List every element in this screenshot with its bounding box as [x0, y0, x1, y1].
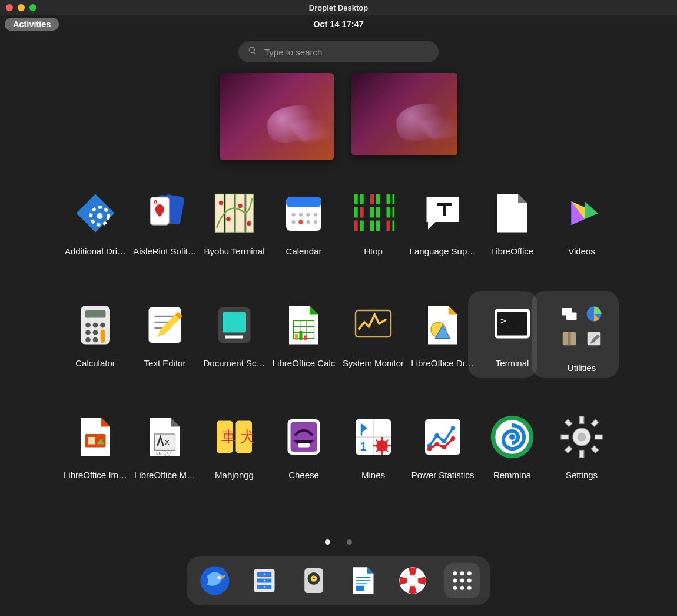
svg-rect-93 — [298, 443, 310, 448]
app-label: Language Sup… — [410, 246, 476, 256]
app-libreoffice-draw[interactable]: LibreOffice Dr… — [408, 298, 477, 410]
app-label: LibreOffice — [491, 246, 533, 256]
app-label: Videos — [568, 246, 595, 256]
app-language-support[interactable]: Language Sup… — [408, 186, 477, 298]
dock-help[interactable] — [395, 563, 430, 598]
svg-point-45 — [85, 323, 91, 328]
app-label: Power Statistics — [411, 470, 474, 480]
disk-usage-icon — [584, 304, 604, 324]
dock-files[interactable] — [247, 563, 282, 598]
app-mines[interactable]: 1 Mines — [338, 410, 408, 522]
app-document-scanner[interactable]: Document Sc… — [200, 298, 269, 410]
svg-point-109 — [427, 446, 432, 451]
svg-point-48 — [85, 330, 91, 335]
dock-rhythmbox[interactable] — [296, 563, 331, 598]
app-label: System Monitor — [343, 358, 404, 368]
app-utilities-folder[interactable]: Utilities — [547, 298, 616, 410]
svg-rect-37 — [387, 194, 390, 205]
app-settings[interactable]: Settings — [547, 410, 616, 522]
svg-rect-30 — [360, 221, 364, 231]
app-label: Mines — [361, 470, 385, 480]
app-mahjongg[interactable]: 車 犬 Mahjongg — [200, 410, 269, 522]
app-label: Mahjongg — [215, 470, 254, 480]
svg-rect-25 — [354, 194, 358, 205]
app-label: Calculator — [75, 358, 115, 368]
workspace-1[interactable] — [220, 73, 334, 160]
app-label: Terminal — [496, 358, 529, 368]
svg-point-13 — [238, 204, 243, 208]
svg-rect-66 — [295, 334, 298, 340]
svg-text:sqrt(x): sqrt(x) — [156, 450, 171, 456]
svg-point-145 — [407, 575, 418, 586]
app-libreoffice[interactable]: LibreOffice — [477, 186, 547, 298]
app-aisleriot[interactable]: A AisleRiot Solit… — [130, 186, 200, 298]
app-label: LibreOffice Im… — [64, 470, 127, 480]
videos-icon — [557, 188, 606, 238]
search-input[interactable] — [264, 47, 429, 57]
dock-thunderbird[interactable] — [197, 563, 233, 598]
svg-point-46 — [93, 323, 98, 328]
cheese-icon — [279, 412, 328, 462]
app-additional-drivers[interactable]: Additional Dri… — [61, 186, 130, 298]
power-stats-icon — [418, 412, 467, 462]
svg-point-148 — [467, 571, 472, 575]
app-htop[interactable]: Htop — [338, 186, 408, 298]
svg-rect-117 — [579, 416, 584, 424]
app-grid: Additional Dri… A AisleRiot Solit… Byobu… — [56, 186, 621, 522]
workspace-2[interactable] — [351, 73, 457, 155]
svg-point-108 — [451, 426, 456, 430]
svg-point-153 — [460, 586, 464, 590]
svg-point-150 — [460, 579, 464, 583]
dock-show-applications[interactable] — [444, 563, 480, 598]
page-dot-1[interactable] — [325, 539, 330, 545]
app-calendar[interactable]: Calendar — [269, 186, 338, 298]
svg-rect-52 — [101, 330, 105, 343]
svg-text:>_: >_ — [500, 315, 512, 326]
svg-point-11 — [219, 201, 224, 206]
svg-rect-27 — [354, 221, 358, 231]
svg-point-115 — [509, 434, 515, 440]
svg-rect-32 — [370, 207, 374, 218]
app-label: Settings — [566, 470, 598, 480]
app-libreoffice-impress[interactable]: LibreOffice Im… — [61, 410, 130, 522]
svg-point-111 — [442, 445, 447, 450]
app-system-monitor[interactable]: System Monitor — [338, 298, 408, 410]
app-cheese[interactable]: Cheese — [269, 410, 338, 522]
svg-rect-29 — [360, 207, 364, 218]
svg-point-152 — [453, 586, 457, 590]
calculator-icon — [71, 300, 120, 350]
app-libreoffice-math[interactable]: x sqrt(x) LibreOffice M… — [130, 410, 200, 522]
page-dot-2[interactable] — [347, 539, 352, 545]
window-title: Droplet Desktop — [0, 4, 677, 12]
svg-rect-122 — [591, 446, 598, 453]
svg-text:車: 車 — [221, 428, 236, 445]
app-power-statistics[interactable]: Power Statistics — [408, 410, 477, 522]
svg-point-151 — [467, 579, 472, 583]
svg-rect-31 — [370, 194, 374, 205]
page-indicator — [0, 539, 677, 545]
app-libreoffice-calc[interactable]: LibreOffice Calc — [269, 298, 338, 410]
app-byobu[interactable]: Byobu Terminal — [200, 186, 269, 298]
app-label: Additional Dri… — [65, 246, 126, 256]
search-bar[interactable] — [238, 41, 439, 62]
app-videos[interactable]: Videos — [547, 186, 616, 298]
svg-point-133 — [264, 580, 266, 582]
svg-point-50 — [85, 337, 91, 343]
svg-rect-9 — [236, 194, 245, 233]
app-label: LibreOffice M… — [134, 470, 195, 480]
app-label: LibreOffice Dr… — [411, 358, 474, 368]
svg-rect-123 — [591, 419, 598, 426]
svg-text:1: 1 — [360, 440, 367, 453]
text-editor-icon — [140, 300, 190, 350]
search-icon — [248, 46, 257, 58]
app-calculator[interactable]: Calculator — [61, 298, 130, 410]
svg-rect-33 — [370, 221, 374, 231]
svg-point-132 — [264, 574, 266, 575]
svg-rect-26 — [354, 207, 358, 218]
app-text-editor[interactable]: Text Editor — [130, 298, 200, 410]
svg-rect-34 — [376, 194, 380, 205]
svg-point-18 — [299, 213, 303, 216]
app-remmina[interactable]: Remmina — [477, 410, 547, 522]
dock-libreoffice-writer[interactable] — [346, 563, 381, 598]
clock[interactable]: Oct 14 17:47 — [0, 19, 677, 29]
